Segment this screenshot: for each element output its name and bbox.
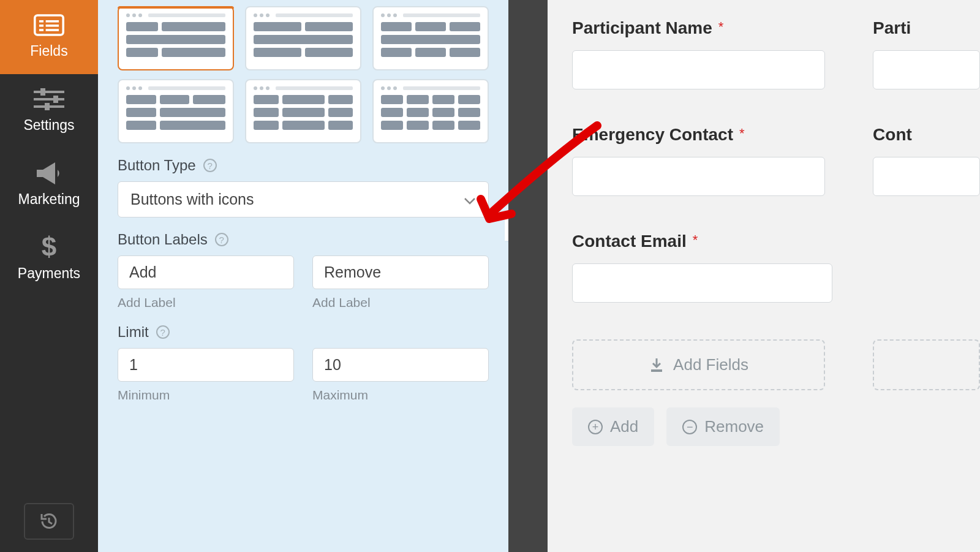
dollar-icon: $ (34, 236, 64, 259)
divider-strip (508, 0, 548, 552)
field-label-contact-email: Contact Email* (572, 232, 832, 251)
add-label-hint: Add Label (118, 295, 294, 310)
field-settings-panel: Button Type ? Buttons with icons Button … (98, 0, 508, 552)
participant-name-input[interactable] (572, 50, 825, 89)
plus-circle-icon: + (588, 420, 603, 434)
chevron-down-icon (464, 191, 476, 208)
download-icon (649, 357, 665, 373)
sidebar-item-payments[interactable]: $ Payments (0, 222, 98, 297)
button-type-label: Button Type ? (118, 157, 489, 174)
svg-rect-2 (46, 20, 59, 23)
svg-text:$: $ (42, 234, 56, 261)
field-label-emergency-contact: Emergency Contact* (572, 125, 825, 145)
layout-preset-6[interactable] (372, 79, 489, 143)
add-fields-dropzone[interactable]: Add Fields (572, 339, 825, 390)
add-button[interactable]: + Add (572, 407, 654, 446)
limit-min-hint: Minimum (118, 388, 294, 403)
sidebar-label-settings: Settings (23, 117, 74, 134)
cut-input-1[interactable] (873, 50, 980, 89)
svg-rect-8 (34, 98, 64, 100)
layout-preset-3[interactable] (372, 6, 489, 70)
limit-min-input[interactable] (118, 348, 294, 382)
svg-rect-5 (39, 29, 43, 31)
remove-label-hint: Add Label (312, 295, 489, 310)
bullhorn-icon (34, 162, 64, 185)
sidebar-item-marketing[interactable]: Marketing (0, 148, 98, 222)
layout-preset-1[interactable] (118, 6, 234, 70)
svg-rect-11 (53, 96, 58, 103)
minus-circle-icon: − (682, 420, 697, 434)
svg-rect-1 (39, 20, 43, 23)
form-preview: Participant Name* Parti Emergency Contac… (548, 0, 980, 552)
button-type-value: Buttons with icons (130, 191, 254, 208)
svg-rect-14 (651, 369, 662, 372)
sidebar-label-marketing: Marketing (18, 191, 80, 208)
sliders-icon (34, 88, 64, 111)
field-label-participant-name: Participant Name* (572, 18, 825, 38)
help-icon[interactable]: ? (203, 159, 217, 172)
add-label-input[interactable] (118, 255, 294, 289)
svg-rect-10 (40, 88, 45, 96)
layout-preset-row-1 (118, 6, 489, 70)
svg-rect-6 (46, 29, 59, 31)
help-icon[interactable]: ? (156, 325, 170, 339)
sidebar-label-payments: Payments (18, 265, 80, 282)
field-label-cut-1: Parti (873, 18, 980, 38)
sidebar-item-settings[interactable]: Settings (0, 74, 98, 148)
fields-icon (34, 13, 64, 37)
layout-preset-5[interactable] (245, 79, 361, 143)
sidebar-item-fields[interactable]: Fields (0, 0, 98, 74)
svg-rect-7 (34, 91, 64, 93)
layout-preset-row-2 (118, 79, 489, 143)
layout-preset-2[interactable] (245, 6, 361, 70)
limit-label: Limit ? (118, 323, 489, 341)
button-labels-label: Button Labels ? (118, 231, 489, 248)
field-label-cut-2: Cont (873, 125, 980, 145)
svg-rect-4 (46, 25, 59, 27)
sidebar-label-fields: Fields (30, 43, 67, 59)
svg-rect-3 (39, 25, 43, 27)
add-fields-dropzone-cut[interactable] (873, 339, 980, 390)
remove-button[interactable]: − Remove (666, 407, 780, 446)
history-button[interactable] (24, 503, 74, 540)
cut-input-2[interactable] (873, 157, 980, 196)
contact-email-input[interactable] (572, 263, 832, 303)
button-type-select[interactable]: Buttons with icons (118, 181, 489, 217)
remove-label-input[interactable] (312, 255, 489, 289)
help-icon[interactable]: ? (215, 233, 228, 246)
limit-max-input[interactable] (312, 348, 489, 382)
svg-rect-12 (45, 103, 50, 110)
emergency-contact-input[interactable] (572, 157, 825, 196)
limit-max-hint: Maximum (312, 388, 489, 403)
left-sidebar: Fields Settings Marketing $ Payments (0, 0, 98, 552)
layout-preset-4[interactable] (118, 79, 234, 143)
